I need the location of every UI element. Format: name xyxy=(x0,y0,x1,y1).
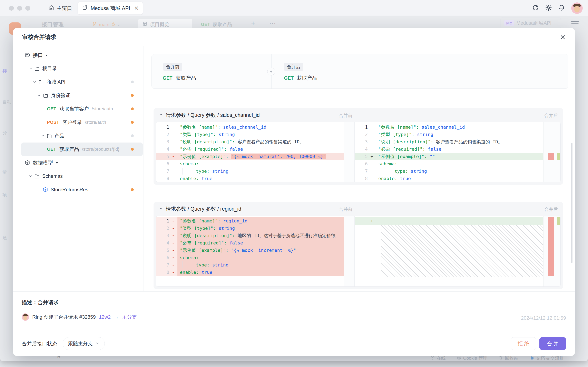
diff-section: 请求参数 / Query 参数 / region_id合并前合并后1-"参数名 … xyxy=(154,202,563,289)
sidebar-item-fragment[interactable]: 接 xyxy=(2,68,13,74)
change-indicator-dot xyxy=(131,81,134,83)
after-endpoint: GET 获取产品 xyxy=(284,75,317,81)
close-icon[interactable] xyxy=(559,34,566,40)
reject-button[interactable]: 拒 绝 xyxy=(511,337,536,350)
chevron-down-icon[interactable] xyxy=(41,134,45,138)
status-bar-item[interactable]: 回收站 xyxy=(498,355,518,361)
code-token: 客户查看产品的销售渠道的 ID。 xyxy=(235,139,304,144)
diff-line: 1"参数名 [name]": sales_channel_id xyxy=(355,124,543,131)
project-tab[interactable]: Medusa 商城 API ✕ xyxy=(78,2,143,15)
tab-endpoint[interactable]: GET 获取产品 xyxy=(201,21,232,28)
diff-line: 8-enable: true xyxy=(156,269,344,276)
tree-item-group[interactable]: 数据模型 xyxy=(21,156,143,169)
gear-icon[interactable] xyxy=(545,4,552,12)
status-bar-label: 文档 & 交流群 xyxy=(536,355,564,361)
tree-item-label: 产品 xyxy=(54,133,64,139)
diff-sign: - xyxy=(169,217,177,225)
diff-line: 7 type: string xyxy=(355,167,543,175)
minimap xyxy=(543,216,561,286)
after-column-label: 合并后 xyxy=(544,113,558,119)
api-icon xyxy=(25,52,30,58)
line-number: 4 xyxy=(156,239,169,247)
sidebar-item-fragment[interactable]: 请 xyxy=(2,169,13,175)
diff-sign: - xyxy=(169,225,177,232)
sidebar-item-fragment[interactable]: 邀 xyxy=(2,235,13,241)
minimap xyxy=(344,122,355,182)
tree-item-label: 获取产品 xyxy=(60,146,79,152)
sidebar-item-fragment[interactable]: 分 xyxy=(2,130,13,136)
main-window-button[interactable]: 主窗口 xyxy=(48,4,72,12)
code-text: "说明 [description]": 客户查看产品的销售渠道的 ID。 xyxy=(177,138,344,146)
target-branch-link[interactable]: 主分支 xyxy=(122,314,137,320)
tree-item-folder[interactable]: 产品 xyxy=(21,129,143,142)
diff-line: 3"说明 [description]": 客户查看产品的销售渠道的 ID。 xyxy=(156,138,344,146)
chevron-down-icon[interactable] xyxy=(37,93,41,98)
chevron-down-icon[interactable] xyxy=(29,67,33,71)
endpoint-name: 获取产品 xyxy=(176,75,196,81)
code-token: "说明 [description]": xyxy=(378,139,433,144)
tree-item-folder[interactable]: 身份验证 xyxy=(21,89,143,102)
status-bar-label: Cookie 管理 xyxy=(463,355,488,361)
menu-icon[interactable] xyxy=(571,20,579,28)
line-number: 5 xyxy=(156,153,169,160)
status-select[interactable]: 跟随主分支 xyxy=(63,337,105,350)
diff-line: 5-"示例值 [example]": "{% mock 'increment' … xyxy=(156,247,344,254)
traffic-lights[interactable] xyxy=(9,6,30,11)
indent-guide xyxy=(182,167,185,175)
code-text: type: string xyxy=(177,261,344,269)
close-tab-icon[interactable]: ✕ xyxy=(134,5,139,11)
diff-scroll-area[interactable]: 合并前 合并后 GET 获取产品 GET 获取产品 请求参数 / Query 参… xyxy=(144,46,575,291)
modal-footer: 合并后接口状态 跟随主分支 拒 绝 合 并 xyxy=(13,331,575,356)
tree-item-endpoint[interactable]: GET获取产品/store/products/{id} xyxy=(21,142,143,156)
diff-line: 4"必需 [required]": false xyxy=(156,146,344,153)
line-number: 6 xyxy=(156,254,169,261)
scrollbar-thumb[interactable] xyxy=(571,143,572,263)
tree-item-folder[interactable]: 商城 API xyxy=(21,75,143,89)
sidebar-item-fragment[interactable]: 自动 xyxy=(2,99,13,105)
code-token: schema: xyxy=(180,255,199,260)
diff-line: + xyxy=(355,217,543,225)
chevron-down-icon[interactable] xyxy=(159,113,163,117)
user-avatar[interactable] xyxy=(571,2,583,14)
code-text: "示例值 [example]": "{% mock 'increment' %}… xyxy=(177,247,344,254)
diff-section-header[interactable]: 请求参数 / Query 参数 / region_id合并前合并后 xyxy=(154,202,563,216)
tree-item-folder[interactable]: 根目录 xyxy=(21,62,143,75)
code-token: sales_channel_id xyxy=(419,125,465,130)
diff-line: 5+"示例值 [example]": "" xyxy=(355,153,543,160)
minimize-window-button[interactable] xyxy=(17,6,22,11)
code-token: string xyxy=(216,132,235,137)
line-number: 1 xyxy=(156,217,169,225)
line-number: 8 xyxy=(156,269,169,276)
chevron-down-icon[interactable] xyxy=(33,80,37,84)
diff-section-header[interactable]: 请求参数 / Query 参数 / sales_channel_id合并前合并后 xyxy=(154,108,563,122)
status-bar-item[interactable]: Cookie 管理 xyxy=(457,355,488,361)
more-tabs-button[interactable]: ⋯ xyxy=(269,19,277,27)
chevron-down-icon[interactable] xyxy=(159,206,163,211)
tree-item-model[interactable]: StoreReturnsRes xyxy=(21,183,143,196)
merge-request-timestamp: 2024/12/12 12:01:59 xyxy=(521,315,566,321)
caret-down-icon[interactable] xyxy=(45,54,48,57)
tree-item-folder[interactable]: Schemas xyxy=(21,169,143,183)
source-branch-link[interactable]: 12w2 xyxy=(99,314,111,320)
modal-header: 审核合并请求 xyxy=(13,28,575,46)
chevron-down-icon[interactable] xyxy=(29,174,33,178)
branch-selector[interactable]: main ⌄ xyxy=(92,22,120,28)
tree-item-endpoint[interactable]: POST客户登录/store/auth xyxy=(21,116,143,129)
status-bar-item[interactable]: 文档 & 交流群 xyxy=(529,355,564,361)
main-window-label: 主窗口 xyxy=(57,5,72,12)
diff-sign xyxy=(169,167,177,175)
caret-down-icon[interactable] xyxy=(56,161,58,164)
sidebar-item-fragment[interactable]: 项 xyxy=(2,192,13,198)
status-bar-item[interactable]: 在线 xyxy=(430,355,446,361)
close-window-button[interactable] xyxy=(9,6,14,11)
tree-item-endpoint[interactable]: GET获取当前客户/store/auth xyxy=(21,102,143,116)
refresh-icon[interactable] xyxy=(532,4,539,12)
lock-icon xyxy=(111,22,116,27)
add-tab-button[interactable]: + xyxy=(251,19,255,27)
tree-item-group[interactable]: 接口 xyxy=(21,48,143,62)
status-select-value: 跟随主分支 xyxy=(68,340,93,347)
maximize-window-button[interactable] xyxy=(25,6,30,11)
bell-icon[interactable] xyxy=(558,4,565,12)
project-switcher[interactable]: Me Medusa商城API ⌄ xyxy=(500,17,561,29)
merge-button[interactable]: 合 并 xyxy=(539,337,566,350)
